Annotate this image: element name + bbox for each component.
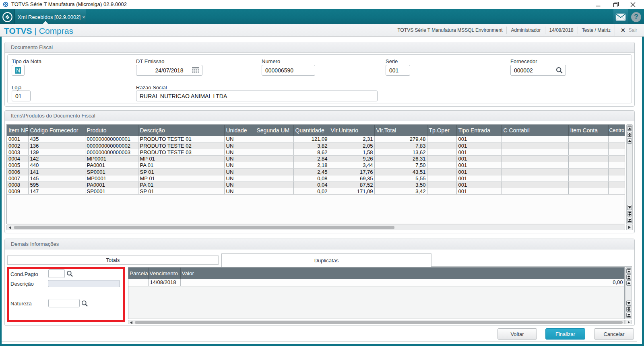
grid-cell[interactable]: 0,00 bbox=[180, 279, 624, 286]
grid-cell[interactable] bbox=[568, 149, 608, 155]
grid-row[interactable]: 0007145MP0001MP 01UN0,0869,355,55001 bbox=[7, 175, 625, 181]
grid-cell[interactable] bbox=[128, 279, 148, 286]
grid-cell[interactable]: 3,50 bbox=[374, 181, 427, 188]
grid-cell[interactable]: 121,09 bbox=[293, 136, 329, 142]
grid-cell[interactable] bbox=[427, 149, 456, 155]
totvs-logo-box[interactable] bbox=[0, 9, 15, 25]
grid-cell[interactable]: UN bbox=[224, 149, 255, 155]
grid-cell[interactable]: UN bbox=[224, 181, 255, 188]
grid-cell[interactable]: 001 bbox=[456, 181, 502, 188]
grid-cell[interactable] bbox=[255, 175, 293, 181]
grid-cell[interactable] bbox=[608, 149, 625, 155]
grid-cell[interactable]: 001 bbox=[456, 188, 502, 195]
grid-cell[interactable]: MP0001 bbox=[85, 156, 138, 162]
grid-cell[interactable] bbox=[255, 136, 293, 142]
grid-cell[interactable]: 001 bbox=[456, 169, 502, 175]
grid-cell[interactable] bbox=[502, 169, 568, 175]
grid-header-cell[interactable]: Parcela bbox=[128, 268, 148, 279]
grid-cell[interactable]: 26,31 bbox=[374, 156, 427, 162]
grid-row[interactable]: 0004142MP0001MP 01UN2,849,2626,31001 bbox=[7, 156, 625, 162]
grid-header-cell[interactable]: Tp.Oper bbox=[427, 125, 456, 136]
duplicatas-hscrollbar[interactable] bbox=[128, 320, 625, 324]
scroll-pagedown-button[interactable] bbox=[626, 307, 631, 312]
grid-cell[interactable]: 14/08/2018 bbox=[148, 279, 180, 286]
grid-cell[interactable]: 001 bbox=[456, 142, 502, 149]
grid-header-cell[interactable]: Produto bbox=[85, 125, 138, 136]
tab-close-icon[interactable]: × bbox=[82, 14, 85, 20]
grid-cell[interactable] bbox=[608, 136, 625, 142]
scroll-left-icon[interactable] bbox=[9, 226, 11, 229]
grid-cell[interactable] bbox=[608, 169, 625, 175]
grid-cell[interactable] bbox=[427, 188, 456, 195]
grid-cell[interactable]: 3,42 bbox=[374, 188, 427, 195]
grid-cell[interactable]: 0002 bbox=[7, 142, 28, 149]
natureza-input[interactable] bbox=[48, 299, 80, 307]
grid-header-cell[interactable]: Segunda UM bbox=[255, 125, 293, 136]
fornecedor-search-icon[interactable] bbox=[556, 67, 563, 74]
grid-cell[interactable]: 3,44 bbox=[329, 162, 374, 169]
grid-cell[interactable]: 001 bbox=[456, 175, 502, 181]
grid-cell[interactable]: 595 bbox=[28, 181, 85, 188]
grid-cell[interactable]: 17,76 bbox=[329, 169, 374, 175]
grid-cell[interactable]: 001 bbox=[456, 156, 502, 162]
grid-cell[interactable]: 142 bbox=[28, 156, 85, 162]
grid-cell[interactable]: 0004 bbox=[7, 156, 28, 162]
grid-cell[interactable]: MP 01 bbox=[138, 156, 224, 162]
scroll-top-button[interactable] bbox=[626, 268, 631, 274]
itens-grid[interactable]: Item NFCódigo FornecedorProdutoDescrição… bbox=[6, 124, 625, 224]
mail-button[interactable] bbox=[613, 9, 628, 25]
grid-header-cell[interactable]: Vlr.Unitario bbox=[329, 125, 374, 136]
itens-table[interactable]: Item NFCódigo FornecedorProdutoDescrição… bbox=[7, 125, 625, 195]
itens-hscroll-thumb[interactable] bbox=[14, 226, 394, 229]
grid-cell[interactable] bbox=[568, 181, 608, 188]
grid-cell[interactable]: 139 bbox=[28, 149, 85, 155]
grid-cell[interactable] bbox=[608, 188, 625, 195]
razao-social-input[interactable]: RURAL NUTRICAO ANIMAL LTDA bbox=[136, 91, 378, 101]
duplicatas-table[interactable]: ParcelaVencimentoValor14/08/20180,00 bbox=[128, 268, 625, 286]
grid-cell[interactable]: SP0001 bbox=[85, 169, 138, 175]
grid-cell[interactable]: 0009 bbox=[7, 188, 28, 195]
grid-cell[interactable]: 000000000000001 bbox=[85, 136, 138, 142]
calendar-icon[interactable] bbox=[192, 67, 199, 73]
grid-cell[interactable] bbox=[568, 162, 608, 169]
grid-header-cell[interactable]: Valor bbox=[180, 268, 624, 279]
grid-cell[interactable]: SP 01 bbox=[138, 188, 224, 195]
grid-cell[interactable]: 0007 bbox=[7, 175, 28, 181]
voltar-button[interactable]: Voltar bbox=[497, 328, 537, 340]
grid-cell[interactable]: 7,83 bbox=[374, 142, 427, 149]
grid-cell[interactable] bbox=[502, 136, 568, 142]
cond-pagto-search-icon[interactable] bbox=[66, 270, 73, 277]
grid-cell[interactable]: 3,82 bbox=[293, 142, 329, 149]
cond-pagto-input[interactable] bbox=[48, 269, 65, 278]
scroll-up-button[interactable] bbox=[626, 280, 631, 286]
grid-cell[interactable]: 0,02 bbox=[293, 188, 329, 195]
scroll-down-button[interactable] bbox=[627, 205, 632, 210]
grid-cell[interactable]: 279,48 bbox=[374, 136, 427, 142]
window-minimize-button[interactable] bbox=[590, 0, 606, 9]
cancelar-button[interactable]: Cancelar bbox=[594, 328, 634, 340]
grid-cell[interactable]: UN bbox=[224, 175, 255, 181]
grid-header-cell[interactable]: Quantidade bbox=[293, 125, 329, 136]
grid-cell[interactable] bbox=[502, 175, 568, 181]
grid-cell[interactable]: 0003 bbox=[7, 149, 28, 155]
grid-cell[interactable]: 87,52 bbox=[329, 181, 374, 188]
grid-cell[interactable]: 0008 bbox=[7, 181, 28, 188]
grid-cell[interactable]: PA 01 bbox=[138, 162, 224, 169]
tab-totais[interactable]: Totais bbox=[7, 255, 219, 265]
grid-cell[interactable] bbox=[608, 142, 625, 149]
duplicatas-hscroll-thumb[interactable] bbox=[135, 321, 623, 324]
tab-duplicatas[interactable]: Duplicatas bbox=[221, 253, 431, 267]
grid-cell[interactable]: 000000000000003 bbox=[85, 149, 138, 155]
grid-cell[interactable]: 141 bbox=[28, 169, 85, 175]
help-button[interactable]: ? bbox=[628, 9, 644, 25]
grid-cell[interactable]: MP 01 bbox=[138, 175, 224, 181]
grid-cell[interactable]: PA 01 bbox=[138, 181, 224, 188]
grid-cell[interactable] bbox=[427, 175, 456, 181]
grid-cell[interactable]: 000000000000002 bbox=[85, 142, 138, 149]
grid-cell[interactable]: 2,84 bbox=[293, 156, 329, 162]
scroll-top-button[interactable] bbox=[627, 126, 632, 131]
grid-cell[interactable]: PA0001 bbox=[85, 162, 138, 169]
itens-hscrollbar[interactable] bbox=[6, 224, 625, 230]
grid-cell[interactable]: 13,62 bbox=[374, 149, 427, 155]
finalizar-button[interactable]: Finalizar bbox=[545, 328, 585, 340]
